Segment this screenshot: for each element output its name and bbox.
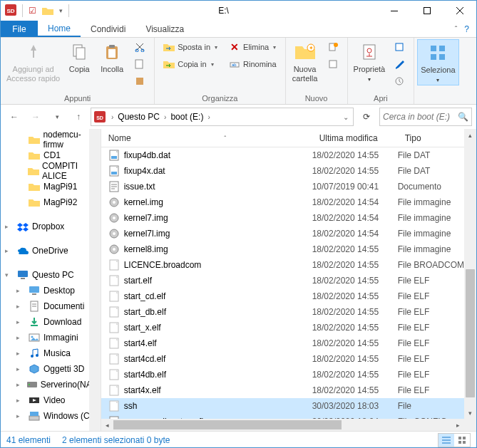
delete-button[interactable]: ✕Elimina▾ bbox=[226, 39, 279, 55]
breadcrumb-seg-boot[interactable]: boot (E:) bbox=[170, 112, 203, 122]
paste-shortcut-button[interactable] bbox=[131, 73, 148, 89]
rename-button[interactable]: abRinomina bbox=[226, 56, 279, 72]
nav-item[interactable]: ▾Questo PC bbox=[1, 267, 101, 283]
select-button[interactable]: Seleziona▾ bbox=[417, 39, 458, 85]
expand-icon[interactable]: ▸ bbox=[5, 223, 14, 230]
cut-button[interactable] bbox=[131, 39, 148, 55]
share-tab[interactable]: Condividi bbox=[81, 21, 135, 37]
file-row[interactable]: kernel7.img18/02/2020 14:54File immagine bbox=[101, 210, 464, 226]
nav-item[interactable]: ▸Musica bbox=[1, 345, 101, 361]
ribbon-collapse-icon[interactable]: ˆ bbox=[455, 25, 458, 33]
copy-path-button[interactable] bbox=[131, 56, 148, 72]
nav-item[interactable]: ▸Download bbox=[1, 314, 101, 330]
view-large-icons-button[interactable] bbox=[454, 434, 470, 447]
nav-item[interactable]: ▸OneDrive bbox=[1, 243, 101, 259]
expand-icon[interactable]: ▸ bbox=[16, 318, 25, 325]
vertical-scrollbar[interactable]: ▴ ▾ bbox=[464, 129, 476, 431]
new-item-button[interactable] bbox=[324, 39, 342, 55]
paste-button[interactable]: Incolla bbox=[96, 39, 128, 75]
file-row[interactable]: kernel8.img18/02/2020 14:55File immagine bbox=[101, 241, 464, 257]
expand-icon[interactable]: ▸ bbox=[16, 287, 25, 294]
file-row[interactable]: fixup4db.dat18/02/2020 14:55File DAT bbox=[101, 147, 464, 163]
navigation-pane[interactable]: nodemcu-firmwCD1COMPITI ALICEMagPi91MagP… bbox=[1, 129, 101, 431]
home-tab[interactable]: Home bbox=[38, 21, 81, 37]
expand-icon[interactable]: ▸ bbox=[5, 247, 14, 254]
expand-icon[interactable]: ▸ bbox=[16, 381, 24, 388]
nav-item[interactable]: ▸Dropbox bbox=[1, 219, 101, 234]
file-row[interactable]: LICENCE.broadcom18/02/2020 14:55File BRO… bbox=[101, 257, 464, 273]
expand-icon[interactable]: ▸ bbox=[16, 397, 25, 404]
nav-item[interactable]: ▸Windows (C:) bbox=[1, 408, 101, 424]
refresh-button[interactable]: ⟳ bbox=[357, 108, 376, 126]
file-row[interactable]: kernel7l.img18/02/2020 14:54File immagin… bbox=[101, 226, 464, 241]
close-button[interactable] bbox=[443, 1, 476, 21]
breadcrumb-seg-thispc[interactable]: Questo PC bbox=[118, 112, 160, 122]
maximize-button[interactable] bbox=[411, 1, 443, 21]
expand-icon[interactable]: ▸ bbox=[16, 350, 25, 357]
nav-item[interactable]: ▸Desktop bbox=[1, 283, 101, 298]
search-input[interactable] bbox=[383, 112, 455, 122]
file-row[interactable]: kernel.img18/02/2020 14:54File immagine bbox=[101, 194, 464, 210]
nav-item[interactable]: ▸Serverino(NAS) bbox=[1, 377, 101, 392]
column-modified[interactable]: Ultima modifica bbox=[312, 133, 398, 143]
file-row[interactable]: ssh30/03/2020 18:03File bbox=[101, 398, 464, 414]
nav-item[interactable]: ▸Immagini bbox=[1, 330, 101, 345]
view-details-button[interactable] bbox=[438, 434, 454, 447]
nav-item[interactable]: ▸Documenti bbox=[1, 298, 101, 314]
search-box[interactable]: 🔍 bbox=[379, 108, 472, 126]
history-button[interactable] bbox=[391, 73, 408, 89]
pin-button[interactable]: Aggiungi ad Accesso rapido bbox=[4, 39, 63, 84]
file-row[interactable]: issue.txt10/07/2019 00:41Documento bbox=[101, 179, 464, 194]
file-list[interactable]: fixup4db.dat18/02/2020 14:55File DATfixu… bbox=[101, 147, 464, 419]
breadcrumb[interactable]: SD › Questo PC › boot (E:) › ⌄ bbox=[91, 108, 354, 126]
breadcrumb-history-dropdown[interactable]: ⌄ bbox=[340, 113, 352, 121]
file-row[interactable]: start.elf18/02/2020 14:55File ELF bbox=[101, 273, 464, 288]
file-row[interactable]: start4db.elf18/02/2020 14:55File ELF bbox=[101, 367, 464, 382]
file-row[interactable]: fixup4x.dat18/02/2020 14:55File DAT bbox=[101, 163, 464, 179]
file-row[interactable]: wpa_supplicant.config30/03/2020 18:04Fil… bbox=[101, 414, 464, 419]
copy-to-button[interactable]: Copia in▾ bbox=[160, 56, 220, 72]
file-row[interactable]: start_cd.elf18/02/2020 14:55File ELF bbox=[101, 288, 464, 304]
help-icon[interactable]: ? bbox=[464, 24, 469, 34]
nav-item[interactable]: ▸Video bbox=[1, 392, 101, 408]
qat-folder-icon[interactable] bbox=[42, 6, 53, 15]
column-headers[interactable]: Nomeˆ Ultima modifica Tipo bbox=[101, 129, 464, 147]
expand-icon[interactable]: ▸ bbox=[16, 334, 25, 341]
edit-button[interactable] bbox=[391, 56, 408, 72]
file-row[interactable]: start4.elf18/02/2020 14:55File ELF bbox=[101, 335, 464, 351]
expand-icon[interactable]: ▸ bbox=[16, 365, 25, 373]
breadcrumb-chevron[interactable]: › bbox=[161, 113, 169, 121]
search-icon[interactable]: 🔍 bbox=[458, 112, 468, 122]
new-folder-button[interactable]: ✦ Nuova cartella bbox=[289, 39, 322, 84]
file-tab[interactable]: File bbox=[1, 21, 38, 37]
nav-item[interactable]: COMPITI ALICE bbox=[1, 163, 101, 179]
navpane-scrollbar[interactable] bbox=[89, 129, 101, 431]
properties-button[interactable]: Proprietà▾ bbox=[351, 39, 389, 84]
open-button[interactable] bbox=[391, 39, 408, 55]
view-tab[interactable]: Visualizza bbox=[135, 21, 194, 37]
nav-item[interactable]: ▸Oggetti 3D bbox=[1, 361, 101, 377]
file-row[interactable]: start_db.elf18/02/2020 14:55File ELF bbox=[101, 304, 464, 320]
expand-icon[interactable]: ▸ bbox=[16, 412, 25, 420]
forward-button[interactable]: → bbox=[26, 108, 45, 126]
file-row[interactable]: start_x.elf18/02/2020 14:55File ELF bbox=[101, 320, 464, 335]
up-button[interactable]: ↑ bbox=[69, 108, 88, 126]
move-to-button[interactable]: Sposta in▾ bbox=[160, 39, 220, 55]
expand-icon[interactable]: ▸ bbox=[16, 303, 25, 310]
breadcrumb-chevron[interactable]: › bbox=[205, 113, 212, 121]
qat-properties-icon[interactable]: ☑ bbox=[29, 6, 36, 16]
column-type[interactable]: Tipo bbox=[398, 133, 464, 143]
expand-icon[interactable]: ▾ bbox=[5, 271, 14, 278]
file-row[interactable]: start4cd.elf18/02/2020 14:55File ELF bbox=[101, 351, 464, 367]
nav-item[interactable]: MagPi91 bbox=[1, 179, 101, 194]
copy-button[interactable]: Copia bbox=[63, 39, 96, 75]
file-row[interactable]: start4x.elf18/02/2020 14:55File ELF bbox=[101, 382, 464, 398]
breadcrumb-root-chevron[interactable]: › bbox=[108, 113, 116, 121]
nav-item[interactable]: MagPi92 bbox=[1, 194, 101, 210]
nav-item[interactable]: nodemcu-firmw bbox=[1, 132, 101, 147]
easy-access-button[interactable] bbox=[324, 56, 342, 72]
column-name[interactable]: Nome bbox=[108, 133, 131, 143]
qat-dropdown-icon[interactable]: ▾ bbox=[59, 7, 63, 14]
horizontal-scrollbar[interactable]: ◂▸ bbox=[101, 419, 464, 431]
minimize-button[interactable] bbox=[378, 1, 411, 21]
